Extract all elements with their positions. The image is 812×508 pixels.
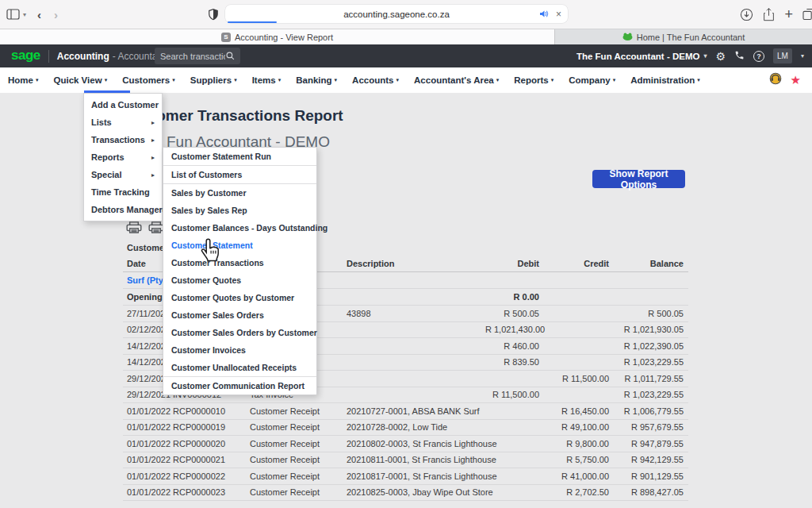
tab-accounting-view-report[interactable]: S Accounting - View Report	[0, 29, 555, 44]
chevron-down-icon: ▾	[172, 77, 175, 83]
downloads-icon[interactable]	[740, 8, 753, 21]
submenu-item-customer-sales-orders-by-customer[interactable]: Customer Sales Orders by Customer	[163, 324, 316, 341]
table-row: 01/01/2022RCP0000023Customer Receipt2021…	[123, 485, 688, 502]
submenu-item-customer-statement[interactable]: Customer Statement	[163, 237, 316, 254]
audio-speaker-icon[interactable]	[539, 7, 550, 21]
submenu-item-customer-invoices[interactable]: Customer Invoices	[163, 341, 316, 359]
menu-item-label: Add a Customer	[91, 100, 159, 110]
new-tab-icon[interactable]: +	[784, 6, 793, 23]
menu-item-reports[interactable]: Reports▸	[84, 148, 162, 166]
nav-item-accounts[interactable]: Accounts▾	[352, 75, 399, 85]
cell: R 1,021,430.00	[485, 325, 539, 334]
submenu-item-customer-balances-days-outstanding[interactable]: Customer Balances - Days Outstanding	[163, 219, 316, 237]
address-bar[interactable]: accounting.sageone.co.za ×	[225, 5, 568, 23]
menu-item-label: Reports	[91, 152, 124, 162]
browser-toolbar: ▾ ‹ › accounting.sageone.co.za ×	[0, 0, 812, 29]
settings-gear-icon[interactable]: ⚙	[715, 51, 726, 62]
nav-item-administration[interactable]: Administration▾	[630, 75, 700, 85]
menu-item-debtors-manager[interactable]: Debtors Manager▸	[84, 201, 162, 218]
search-input[interactable]	[160, 52, 225, 61]
menu-item-special[interactable]: Special▸	[84, 166, 162, 183]
nav-item-customers[interactable]: Customers▾	[122, 75, 175, 85]
nav-item-reports[interactable]: Reports▾	[514, 75, 553, 85]
cell: R 1,021,930.05	[609, 325, 684, 334]
user-avatar[interactable]: LM	[773, 48, 792, 64]
col-header-description: Description	[347, 259, 485, 268]
cell-date: 01/01/2022	[127, 487, 173, 497]
nav-item-accountant-s-area[interactable]: Accountant's Area▾	[414, 75, 499, 85]
chevron-down-icon: ▾	[697, 77, 700, 83]
nav-item-suppliers[interactable]: Suppliers▾	[190, 75, 237, 85]
nav-item-home[interactable]: Home▾	[8, 75, 38, 85]
chevron-down-icon: ▾	[551, 77, 554, 83]
nav-item-quick-view[interactable]: Quick View▾	[53, 75, 107, 85]
menu-item-transactions[interactable]: Transactions▸	[84, 131, 162, 148]
menu-item-label: Debtors Manager	[91, 205, 163, 214]
show-report-options-button[interactable]: Show Report Options	[592, 170, 685, 188]
cell: Customer Receipt	[250, 406, 347, 416]
chevron-down-icon: ▾	[613, 77, 616, 83]
cursor-pointer	[200, 237, 221, 266]
page-load-progress	[228, 21, 277, 23]
submenu-item-customer-communication-report[interactable]: Customer Communication Report	[163, 377, 316, 394]
cell: R 2,702.50	[539, 487, 609, 497]
menu-item-add-a-customer[interactable]: Add a Customer	[84, 96, 162, 114]
transaction-search[interactable]	[155, 48, 240, 64]
tab-title: Accounting - View Report	[235, 33, 333, 42]
cell-date: 01/01/2022	[127, 471, 173, 481]
sidebar-chevron-icon[interactable]: ▾	[23, 11, 26, 18]
forward-icon[interactable]: ›	[54, 8, 58, 21]
submenu-item-customer-transactions[interactable]: Customer Transactions	[163, 254, 316, 271]
submenu-item-customer-sales-orders[interactable]: Customer Sales Orders	[163, 306, 316, 324]
stop-loading-icon[interactable]: ×	[556, 10, 561, 19]
menu-item-lists[interactable]: Lists▸	[84, 114, 162, 131]
tab-home-fun-accountant[interactable]: Home | The Fun Accountant	[555, 29, 812, 44]
tab-title: Home | The Fun Accountant	[637, 33, 745, 42]
submenu-item-customer-quotes[interactable]: Customer Quotes	[163, 271, 316, 289]
chevron-down-icon: ▾	[36, 77, 39, 83]
support-headset-icon[interactable]	[768, 71, 783, 89]
menu-item-time-tracking[interactable]: Time Tracking	[84, 183, 162, 201]
submenu-arrow-icon: ▸	[151, 119, 155, 126]
share-icon[interactable]	[763, 8, 775, 21]
sidebar-icon[interactable]	[6, 9, 20, 20]
nav-item-banking[interactable]: Banking▾	[296, 75, 337, 85]
nav-item-items[interactable]: Items▾	[252, 75, 282, 85]
url-text: accounting.sageone.co.za	[343, 10, 450, 19]
nav-item-label: Administration	[630, 75, 695, 85]
nav-item-company[interactable]: Company▾	[569, 75, 615, 85]
printer-icon	[125, 221, 143, 233]
cell: 20210802-0003, St Francis Lighthouse	[347, 439, 485, 448]
help-icon[interactable]: ?	[753, 51, 764, 62]
nav-item-label: Reports	[514, 75, 548, 85]
submenu-item-sales-by-customer[interactable]: Sales by Customer	[163, 184, 316, 202]
menu-item-label: Time Tracking	[91, 187, 150, 197]
cell: R 898,427.05	[609, 487, 684, 497]
cell: R 460.00	[485, 341, 539, 351]
nav-item-label: Company	[569, 75, 610, 85]
cell: Customer Receipt	[250, 439, 347, 448]
company-selector[interactable]: The Fun Accountant - DEMO ▾	[576, 52, 707, 61]
privacy-shield-icon[interactable]	[208, 8, 219, 21]
submenu-item-customer-statement-run[interactable]: Customer Statement Run	[163, 148, 316, 165]
submenu-item-customer-quotes-by-customer[interactable]: Customer Quotes by Customer	[163, 289, 316, 306]
cell: 20210728-0002, Low Tide	[347, 422, 485, 432]
cell: R 1,022,390.05	[609, 341, 684, 351]
back-icon[interactable]: ‹	[37, 8, 41, 21]
tab-overview-icon[interactable]	[802, 8, 812, 21]
submenu-item-sales-by-sales-rep[interactable]: Sales by Sales Rep	[163, 202, 316, 219]
cell: R 1,023,229.55	[609, 390, 684, 399]
cell: 20210727-0001, ABSA BANK Surf	[347, 406, 485, 416]
search-icon[interactable]	[226, 49, 235, 64]
favorites-star-icon[interactable]: ★	[791, 75, 801, 87]
nav-item-label: Customers	[122, 75, 170, 85]
submenu-item-customer-unallocated-receipts[interactable]: Customer Unallocated Receipts	[163, 359, 316, 376]
submenu-item-list-of-customers[interactable]: List of Customers	[163, 166, 316, 183]
user-menu-chevron-icon[interactable]: ▾	[801, 52, 804, 60]
company-name: The Fun Accountant - DEMO	[576, 52, 699, 61]
divider	[48, 50, 49, 63]
phone-icon[interactable]	[734, 49, 745, 64]
cell: R 500.05	[485, 309, 539, 318]
chevron-down-icon: ▾	[105, 77, 108, 83]
sage-logo[interactable]: sage	[0, 48, 48, 65]
